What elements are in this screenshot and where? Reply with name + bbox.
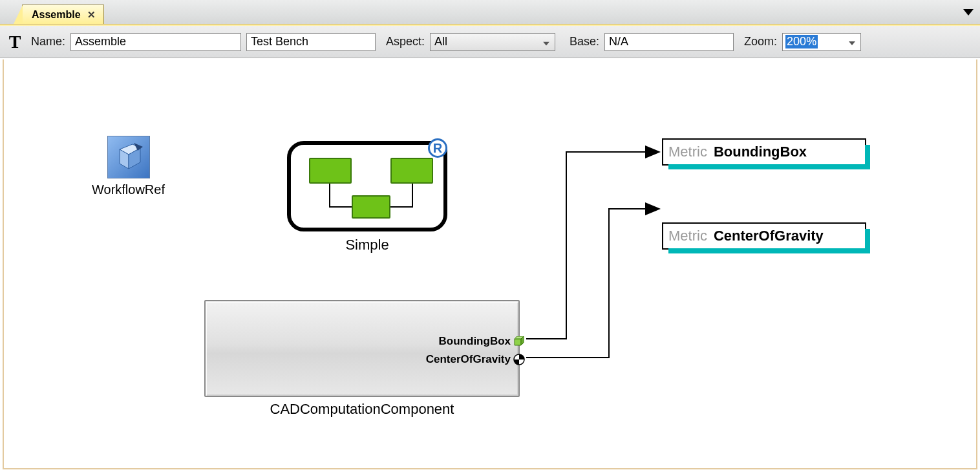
component-box: BoundingBox CenterOfGravity <box>204 300 520 397</box>
cog-port-icon <box>513 354 525 365</box>
component-label: CADComputationComponent <box>204 401 520 418</box>
port-label: CenterOfGravity <box>426 353 511 366</box>
node-workflow-ref[interactable]: WorkflowRef <box>92 136 165 197</box>
tab-title: Assemble <box>32 9 81 21</box>
metric-prefix: Metric <box>668 144 707 160</box>
name-label: Name: <box>31 35 65 48</box>
metric-prefix: Metric <box>668 228 707 244</box>
base-label: Base: <box>570 35 599 48</box>
base-input[interactable] <box>604 33 734 51</box>
tab-assemble[interactable]: Assemble ✕ <box>22 5 104 24</box>
svg-marker-7 <box>515 339 521 345</box>
chevron-down-icon <box>849 35 855 48</box>
zoom-select[interactable]: 200% <box>782 33 861 51</box>
metric-name: BoundingBox <box>714 144 807 160</box>
toolbar: T Name: Aspect: All Base: Zoom: 200% <box>0 25 980 58</box>
zoom-label: Zoom: <box>744 35 777 48</box>
port-bounding-box[interactable]: BoundingBox <box>439 335 525 348</box>
aspect-label: Aspect: <box>386 35 425 48</box>
metric-center-of-gravity[interactable]: Metric CenterOfGravity <box>662 222 866 250</box>
node-simple[interactable]: R Simple <box>287 141 447 253</box>
tab-bar: Assemble ✕ <box>0 0 980 25</box>
zoom-value: 200% <box>785 35 818 48</box>
name-input[interactable] <box>70 33 241 51</box>
svg-marker-1 <box>543 41 549 45</box>
close-icon[interactable]: ✕ <box>87 9 96 21</box>
svg-marker-0 <box>963 9 974 16</box>
port-center-of-gravity[interactable]: CenterOfGravity <box>426 353 525 366</box>
workflow-label: WorkflowRef <box>92 182 165 197</box>
port-label: BoundingBox <box>439 335 511 348</box>
aspect-value: All <box>434 35 447 48</box>
chevron-down-icon <box>543 35 549 48</box>
simple-box: R <box>287 141 447 231</box>
workflow-icon <box>107 136 150 178</box>
box-port-icon <box>513 336 525 347</box>
metric-bounding-box[interactable]: Metric BoundingBox <box>662 138 866 166</box>
aspect-select[interactable]: All <box>430 33 555 51</box>
tab-dropdown-icon[interactable] <box>963 6 974 18</box>
simple-label: Simple <box>287 237 447 253</box>
svg-marker-2 <box>849 41 855 45</box>
model-type-icon[interactable]: T <box>6 34 23 50</box>
diagram-canvas[interactable]: WorkflowRef R Simple BoundingBox <box>3 59 977 469</box>
node-cad-component[interactable]: BoundingBox CenterOfGravity <box>204 300 520 418</box>
kind-input[interactable] <box>246 33 376 51</box>
metric-name: CenterOfGravity <box>714 228 824 244</box>
block-connectors-icon <box>291 145 451 235</box>
